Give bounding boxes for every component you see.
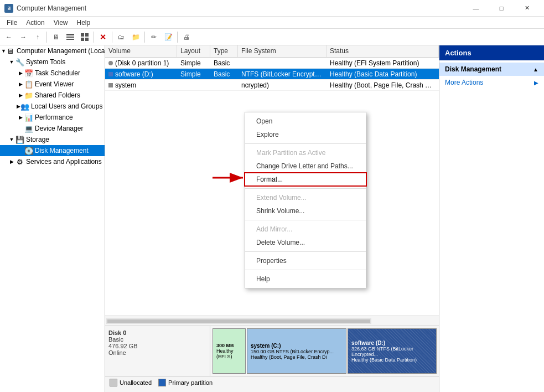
tree-icon-event: 📋 xyxy=(24,80,33,89)
tool-btn-6[interactable]: 📝 xyxy=(162,30,175,44)
ctx-help[interactable]: Help xyxy=(245,272,366,286)
tree-icon-services: ⚙ xyxy=(15,157,24,166)
tree-item-task-scheduler[interactable]: ▶ 📅 Task Scheduler xyxy=(0,68,105,79)
ctx-shrink[interactable]: Shrink Volume... xyxy=(245,204,366,218)
toolbar-separator-1 xyxy=(46,32,47,43)
tree-arrow-shared[interactable]: ▶ xyxy=(17,92,24,98)
partition-efi[interactable]: 300 MB Healthy (EFI S) xyxy=(213,328,246,374)
ctx-properties[interactable]: Properties xyxy=(245,254,366,267)
tree-item-device-manager[interactable]: ▶ 💻 Device Manager xyxy=(0,123,105,134)
table-row[interactable]: system ncrypted) Healthy (Boot, Page Fil… xyxy=(105,80,439,91)
menu-view[interactable]: View xyxy=(49,18,72,28)
cell-fs-2: ncrypted) xyxy=(238,80,327,90)
table-row[interactable]: (Disk 0 partition 1) Simple Basic Health… xyxy=(105,58,439,69)
disk-type: Basic xyxy=(108,336,206,343)
tool-btn-7[interactable]: 🖨 xyxy=(180,30,193,44)
ctx-sep-5 xyxy=(245,270,366,270)
ctx-change-letter[interactable]: Change Drive Letter and Paths... xyxy=(245,159,366,173)
cell-volume-2: system xyxy=(115,81,136,89)
tree-arrow-task[interactable]: ▶ xyxy=(17,70,24,76)
col-header-filesystem[interactable]: File System xyxy=(238,45,327,57)
tree-label-disk: Disk Management xyxy=(35,147,89,154)
tree-label-storage: Storage xyxy=(26,136,49,143)
tree-item-system-tools[interactable]: ▼ 🔧 System Tools xyxy=(0,56,105,68)
tool-btn-5[interactable]: ✏ xyxy=(147,30,160,44)
tree-item-event-viewer[interactable]: ▶ 📋 Event Viewer xyxy=(0,79,105,90)
tree-item-local-users[interactable]: ▶ 👥 Local Users and Groups xyxy=(0,101,105,112)
tree-item-services[interactable]: ▶ ⚙ Services and Applications xyxy=(0,156,105,167)
menu-file[interactable]: File xyxy=(2,18,22,28)
tool-btn-4[interactable]: 📁 xyxy=(129,30,142,44)
show-hide-tree[interactable]: 🖥 xyxy=(49,30,63,44)
ctx-extend[interactable]: Extend Volume... xyxy=(245,191,366,204)
delete-button[interactable]: ✕ xyxy=(96,30,110,44)
back-button[interactable]: ← xyxy=(2,30,15,44)
tree-label-users: Local Users and Groups xyxy=(31,102,102,110)
col-header-status[interactable]: Status xyxy=(327,45,439,57)
ctx-sep-3 xyxy=(245,220,366,220)
tree-item-storage[interactable]: ▼ 💾 Storage xyxy=(0,134,105,145)
table-row[interactable]: software (D:) Simple Basic NTFS (BitLock… xyxy=(105,69,439,80)
tree-arrow-users[interactable]: ▶ xyxy=(17,104,20,109)
menu-help[interactable]: Help xyxy=(72,18,95,28)
actions-title: Actions xyxy=(445,49,472,57)
ctx-open[interactable]: Open xyxy=(245,115,366,128)
disk-view: Disk 0 Basic 476.92 GB Online 300 MB Hea… xyxy=(105,326,439,392)
ctx-delete[interactable]: Delete Volume... xyxy=(245,236,366,249)
menu-action[interactable]: Action xyxy=(22,18,49,28)
action-disk-mgmt-label: Disk Management xyxy=(445,65,501,73)
tree-expand-storage[interactable]: ▼ xyxy=(8,137,15,142)
legend-primary: Primary partition xyxy=(158,379,213,386)
legend-color-primary xyxy=(158,379,166,386)
forward-button[interactable]: → xyxy=(17,30,30,44)
action-disk-mgmt[interactable]: Disk Management ▲ xyxy=(439,63,544,76)
tree-item-performance[interactable]: ▶ 📊 Performance xyxy=(0,112,105,123)
tree-item-disk-mgmt[interactable]: ▶ 💽 Disk Management xyxy=(0,145,105,156)
actions-header[interactable]: Actions xyxy=(439,45,544,60)
tree-arrow-services[interactable]: ▶ xyxy=(8,159,15,164)
minimize-button[interactable]: — xyxy=(463,0,489,17)
tree-label-event: Event Viewer xyxy=(35,80,74,88)
ctx-format[interactable]: Format... xyxy=(245,173,366,186)
cell-status-2: Healthy (Boot, Page File, Crash Dump, Ba… xyxy=(327,80,439,90)
tree-expand-system-tools[interactable]: ▼ xyxy=(8,59,15,65)
svg-rect-1 xyxy=(66,37,74,38)
close-button[interactable]: ✕ xyxy=(514,0,540,17)
tree-expand-arrow[interactable]: ▼ xyxy=(1,48,6,54)
partition-software-sub: 326.63 GB NTFS (BitLocker Encrypted... xyxy=(351,346,433,357)
tree-item-computer-mgmt[interactable]: ▼ 🖥 Computer Management (Local xyxy=(0,45,105,56)
tree-arrow-event[interactable]: ▶ xyxy=(17,81,24,87)
tree-icon-storage: 💾 xyxy=(15,135,24,144)
partition-system[interactable]: system (C:) 150.00 GB NTFS (BitLocker En… xyxy=(247,328,346,374)
maximize-button[interactable]: □ xyxy=(489,0,514,17)
disk-size: 476.92 GB xyxy=(108,343,206,349)
svg-rect-5 xyxy=(81,38,84,41)
tree-label-perf: Performance xyxy=(35,114,73,121)
app-icon: 🖥 xyxy=(4,4,13,13)
ctx-add-mirror[interactable]: Add Mirror... xyxy=(245,223,366,236)
partition-software[interactable]: software (D:) 326.63 GB NTFS (BitLocker … xyxy=(348,328,437,374)
table-header: Volume Layout Type File System Status xyxy=(105,45,439,58)
window-controls: — □ ✕ xyxy=(463,0,540,17)
svg-rect-4 xyxy=(85,33,89,37)
title-bar: 🖥 Computer Management — □ ✕ xyxy=(0,0,544,17)
disk-status: Online xyxy=(108,349,206,356)
tree-arrow-perf[interactable]: ▶ xyxy=(17,115,24,120)
tree-label-shared: Shared Folders xyxy=(35,91,80,99)
tool-btn-3[interactable]: 🗂 xyxy=(115,30,128,44)
action-more-actions[interactable]: More Actions ▶ xyxy=(439,76,544,89)
up-button[interactable]: ↑ xyxy=(31,30,44,44)
svg-rect-3 xyxy=(81,33,84,37)
ctx-explore[interactable]: Explore xyxy=(245,128,366,141)
col-header-type[interactable]: Type xyxy=(210,45,238,57)
ctx-mark-active[interactable]: Mark Partition as Active xyxy=(245,146,366,159)
tool-btn-2[interactable] xyxy=(78,30,91,44)
tool-btn-1[interactable] xyxy=(64,30,77,44)
tree-label-services: Services and Applications xyxy=(26,158,102,166)
col-header-layout[interactable]: Layout xyxy=(177,45,210,57)
menu-bar: File Action View Help xyxy=(0,17,544,29)
tree-item-shared-folders[interactable]: ▶ 📁 Shared Folders xyxy=(0,90,105,101)
col-header-volume[interactable]: Volume xyxy=(105,45,177,57)
ctx-sep-1 xyxy=(245,143,366,144)
horizontal-scrollbar[interactable] xyxy=(105,316,439,326)
